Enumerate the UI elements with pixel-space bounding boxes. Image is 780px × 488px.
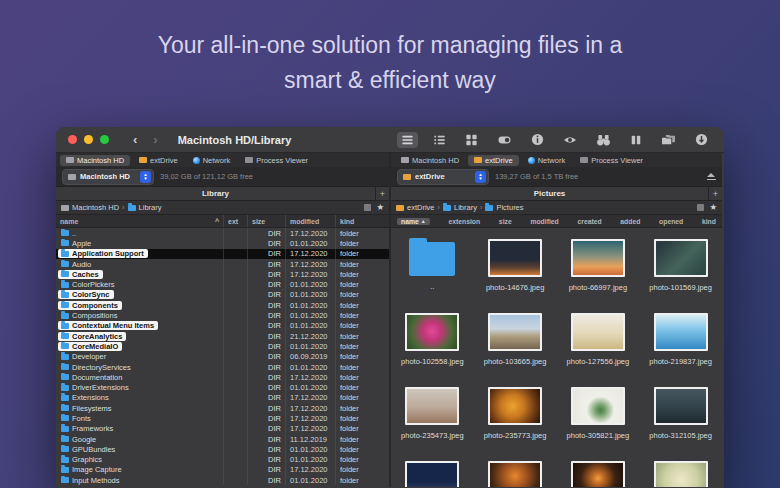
grid-item[interactable] [639,454,722,487]
drive-stepper-icon[interactable]: ▲▼ [475,171,486,183]
panel-box-icon[interactable] [697,204,704,211]
grid-item[interactable]: photo-219837.jpeg [639,306,722,380]
grid-item[interactable]: photo-312105.jpeg [639,380,722,454]
column-header-name[interactable]: name▲ [397,218,430,225]
device-tab-network[interactable]: Network [522,155,572,166]
breadcrumb-item-extdrive[interactable]: extDrive [396,203,435,212]
column-header-modified[interactable]: modified [530,218,558,225]
column-header-extension[interactable]: extension [448,218,480,225]
info-button[interactable] [527,131,548,148]
device-tab-extdrive[interactable]: extDrive [133,155,184,166]
table-row[interactable]: Input MethodsDIR01.01.2020folder [56,475,389,485]
grid-item[interactable]: photo-235473.jpeg [391,380,474,454]
table-row[interactable]: Application SupportDIR17.12.2020folder [56,249,389,259]
table-row[interactable]: FrameworksDIR17.12.2020folder [56,424,389,434]
view-detail-button[interactable] [429,132,450,148]
table-row[interactable]: ColorSyncDIR01.01.2020folder [56,290,389,300]
column-header-opened[interactable]: opened [659,218,683,225]
eject-icon[interactable] [707,173,716,181]
grid-item[interactable] [474,454,557,487]
left-drive-selector[interactable]: Macintosh HD ▲▼ [62,169,154,185]
table-row[interactable]: DeveloperDIR06.09.2019folder [56,352,389,362]
device-tab-network[interactable]: Network [187,155,237,166]
breadcrumb-item-library[interactable]: Library [128,203,162,212]
device-tab-process-viewer[interactable]: Process Viewer [239,155,314,166]
table-row[interactable]: GoogleDIR11.12.2019folder [56,434,389,444]
view-grid-button[interactable] [461,132,482,148]
table-row[interactable]: GraphicsDIR01.01.2020folder [56,455,389,465]
table-row[interactable]: AppleDIR01.01.2020folder [56,238,389,248]
column-header-kind[interactable]: kind [335,215,389,227]
table-row[interactable]: AudioDIR17.12.2020folder [56,259,389,269]
folder-icon [61,261,69,267]
right-folder-tab[interactable]: Pictures [391,189,708,198]
favorites-star-icon[interactable]: ★ [376,203,384,212]
grid-item[interactable]: photo-305821.jpeg [557,380,640,454]
grid-item[interactable]: photo-14676.jpeg [474,232,557,306]
column-header-modified[interactable]: modified [285,215,335,227]
table-row[interactable]: Image CaptureDIR17.12.2020folder [56,465,389,475]
left-add-tab-button[interactable]: + [375,187,389,200]
search-binoculars-button[interactable] [592,132,615,148]
table-row[interactable]: ..DIR17.12.2020folder [56,228,389,238]
grid-item[interactable] [391,454,474,487]
left-folder-tab[interactable]: Library [56,189,375,198]
grid-item[interactable] [557,454,640,487]
zoom-button[interactable] [100,135,109,144]
table-row[interactable]: Contextual Menu ItemsDIR01.01.2020folder [56,321,389,331]
table-row[interactable]: CachesDIR17.12.2020folder [56,269,389,279]
table-row[interactable]: FilesystemsDIR17.12.2020folder [56,403,389,413]
close-button[interactable] [68,135,77,144]
right-add-tab-button[interactable]: + [708,187,722,200]
dual-pane-button[interactable] [626,132,646,148]
forward-button[interactable]: › [145,133,165,146]
grid-item[interactable]: photo-235773.jpeg [474,380,557,454]
breadcrumb-item-library[interactable]: Library [443,203,477,212]
file-ext-cell [223,403,247,413]
column-header-added[interactable]: added [620,218,640,225]
grid-item[interactable]: photo-66997.jpeg [557,232,640,306]
right-drive-selector[interactable]: extDrive ▲▼ [397,169,489,185]
drive-stepper-icon[interactable]: ▲▼ [140,171,151,183]
table-row[interactable]: DirectoryServicesDIR01.01.2020folder [56,362,389,372]
grid-item[interactable]: photo-103665.jpeg [474,306,557,380]
toggle-switch-button[interactable] [493,132,516,148]
column-header-size[interactable]: size [499,218,512,225]
device-tab-extdrive[interactable]: extDrive [468,155,519,166]
right-pane: Macintosh HDextDriveNetworkProcess Viewe… [389,153,722,487]
column-header-kind[interactable]: kind [702,218,716,225]
table-row[interactable]: ColorPickersDIR01.01.2020folder [56,279,389,289]
breadcrumb-item-pictures[interactable]: Pictures [485,203,523,212]
favorites-star-icon[interactable]: ★ [709,203,717,212]
minimize-button[interactable] [84,135,93,144]
preview-eye-button[interactable] [559,132,581,148]
grid-item[interactable]: photo-102558.jpeg [391,306,474,380]
table-row[interactable]: DocumentationDIR17.12.2020folder [56,372,389,382]
grid-item-parent-folder[interactable]: .. [391,232,474,306]
device-tab-macintosh-hd[interactable]: Macintosh HD [395,155,465,166]
column-header-ext[interactable]: ext [223,215,247,227]
column-header-size[interactable]: size [247,215,285,227]
table-row[interactable]: FontsDIR17.12.2020folder [56,413,389,423]
breadcrumb-item-macintosh-hd[interactable]: Macintosh HD [61,203,119,212]
download-button[interactable] [691,131,712,148]
grid-item[interactable]: photo-101569.jpeg [639,232,722,306]
table-row[interactable]: CoreAnalyticsDIR21.12.2020folder [56,331,389,341]
table-row[interactable]: ExtensionsDIR17.12.2020folder [56,393,389,403]
view-list-button[interactable] [397,132,418,148]
column-header-name[interactable]: name^ [56,215,223,227]
table-row[interactable]: CoreMediaIODIR01.01.2020folder [56,341,389,351]
column-header-created[interactable]: created [577,218,601,225]
table-row[interactable]: ComponentsDIR01.01.2020folder [56,300,389,310]
table-row[interactable]: CompositionsDIR01.01.2020folder [56,310,389,320]
file-kind-cell: folder [335,238,389,248]
table-row[interactable]: GPUBundlesDIR01.01.2020folder [56,444,389,454]
folders-button[interactable] [657,132,680,148]
device-tab-macintosh-hd[interactable]: Macintosh HD [60,155,130,166]
device-tab-process-viewer[interactable]: Process Viewer [574,155,649,166]
back-button[interactable]: ‹ [125,133,145,146]
table-row[interactable]: DriverExtensionsDIR01.01.2020folder [56,382,389,392]
grid-item[interactable]: photo-127556.jpeg [557,306,640,380]
file-name-pill: Fonts [58,414,95,423]
panel-box-icon[interactable] [364,204,371,211]
